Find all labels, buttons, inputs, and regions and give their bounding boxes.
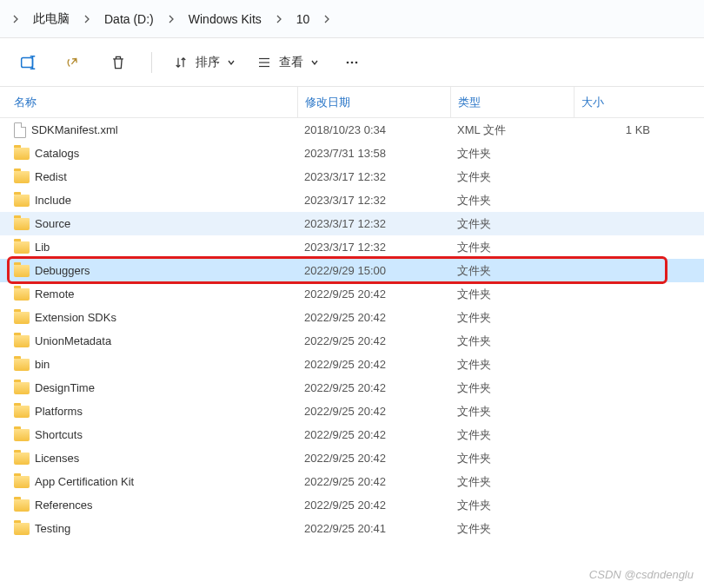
folder-icon [14,335,30,347]
table-row[interactable]: Redist2023/3/17 12:32文件夹 [0,165,704,188]
breadcrumb: 此电脑 Data (D:) Windows Kits 10 [0,0,704,38]
cell-type: 文件夹 [450,216,574,232]
cell-type: 文件夹 [450,427,574,443]
file-name: Redist [35,170,67,183]
chevron-right-icon[interactable] [7,10,24,28]
table-row[interactable]: Source2023/3/17 12:32文件夹 [0,212,704,235]
table-row[interactable]: SDKManifest.xml2018/10/23 0:34XML 文件1 KB [0,118,704,142]
file-name: Extension SDKs [35,311,116,324]
rename-icon[interactable] [16,50,40,75]
folder-icon [14,265,30,277]
file-name: Source [35,217,70,230]
cell-name: Testing [14,522,297,535]
toolbar: 排序 查看 [0,38,704,87]
sort-button[interactable]: 排序 [173,55,236,70]
cell-type: 文件夹 [450,521,574,537]
folder-icon [14,312,30,324]
col-header-type[interactable]: 类型 [450,87,574,117]
cell-type: 文件夹 [450,404,574,420]
table-row[interactable]: Testing2022/9/25 20:41文件夹 [0,517,704,540]
file-name: UnionMetadata [35,334,111,347]
col-header-size[interactable]: 大小 [574,87,661,117]
chevron-right-icon[interactable] [78,10,96,28]
cell-type: 文件夹 [450,240,574,255]
file-name: Remote [35,287,75,301]
folder-icon [14,406,30,418]
cell-date: 2022/9/25 20:41 [297,522,450,535]
cell-type: 文件夹 [450,263,574,279]
table-row[interactable]: Catalogs2023/7/31 13:58文件夹 [0,142,704,165]
chevron-right-icon[interactable] [270,10,288,28]
cell-date: 2023/7/31 13:58 [297,147,450,160]
cell-date: 2022/9/25 20:42 [297,452,450,465]
cell-type: 文件夹 [450,310,574,326]
folder-icon [14,382,30,394]
cell-name: Catalogs [14,147,297,160]
cell-type: XML 文件 [450,122,574,138]
folder-icon [14,288,30,301]
col-header-name[interactable]: 名称 [14,95,297,110]
table-row[interactable]: Remote2022/9/25 20:42文件夹 [0,282,704,306]
chevron-right-icon[interactable] [163,10,180,28]
cell-date: 2023/3/17 12:32 [297,170,450,183]
file-name: Licenses [35,452,79,465]
cell-name: Include [14,194,297,207]
table-row[interactable]: References2022/9/25 20:42文件夹 [0,493,704,517]
table-row[interactable]: Platforms2022/9/25 20:42文件夹 [0,400,704,423]
chevron-down-icon [227,58,236,67]
folder-icon [14,218,30,230]
crumb-windows-kits[interactable]: Windows Kits [183,9,267,30]
table-row[interactable]: Shortcuts2022/9/25 20:42文件夹 [0,423,704,446]
table-row[interactable]: Include2023/3/17 12:32文件夹 [0,188,704,212]
file-name: DesignTime [35,381,95,394]
cell-name: Extension SDKs [14,311,297,324]
cell-type: 文件夹 [450,474,574,490]
crumb-this-pc[interactable]: 此电脑 [28,8,75,30]
folder-icon [14,453,30,465]
column-headers: 名称 修改日期 类型 大小 [0,87,704,118]
cell-type: 文件夹 [450,498,574,513]
crumb-10[interactable]: 10 [291,9,315,30]
cell-type: 文件夹 [450,334,574,349]
cell-date: 2022/9/25 20:42 [297,358,450,371]
table-row[interactable]: Licenses2022/9/25 20:42文件夹 [0,446,704,470]
more-icon[interactable] [340,50,364,75]
folder-icon [14,241,30,254]
cell-date: 2022/9/25 20:42 [297,334,450,347]
file-name: Include [35,194,71,207]
table-row[interactable]: bin2022/9/25 20:42文件夹 [0,353,704,376]
table-row[interactable]: Lib2023/3/17 12:32文件夹 [0,235,704,259]
cell-date: 2023/3/17 12:32 [297,241,450,254]
sort-label: 排序 [196,55,220,70]
view-button[interactable]: 查看 [256,55,319,70]
file-name: Platforms [35,405,83,418]
crumb-data-d[interactable]: Data (D:) [99,9,159,30]
folder-icon [14,429,30,441]
cell-type: 文件夹 [450,146,574,162]
col-header-date[interactable]: 修改日期 [297,87,450,117]
table-row[interactable]: DesignTime2022/9/25 20:42文件夹 [0,376,704,400]
cell-date: 2022/9/25 20:42 [297,381,450,394]
table-row[interactable]: Debuggers2022/9/29 15:00文件夹 [0,259,704,282]
table-row[interactable]: App Certification Kit2022/9/25 20:42文件夹 [0,470,704,493]
share-icon[interactable] [61,50,85,75]
table-row[interactable]: Extension SDKs2022/9/25 20:42文件夹 [0,306,704,329]
table-row[interactable]: UnionMetadata2022/9/25 20:42文件夹 [0,329,704,353]
cell-name: Remote [14,287,297,301]
svg-rect-0 [22,57,33,67]
file-name: App Certification Kit [35,475,134,488]
cell-name: DesignTime [14,381,297,394]
cell-type: 文件夹 [450,193,574,208]
cell-type: 文件夹 [450,169,574,185]
chevron-right-icon[interactable] [318,10,335,28]
svg-point-6 [355,61,358,63]
cell-date: 2022/9/25 20:42 [297,428,450,441]
cell-type: 文件夹 [450,287,574,302]
chevron-down-icon [310,58,319,67]
cell-name: References [14,499,297,512]
folder-icon [14,195,30,207]
delete-icon[interactable] [106,50,130,75]
cell-name: Debuggers [14,264,297,277]
folder-icon [14,359,30,371]
file-name: Catalogs [35,147,79,160]
